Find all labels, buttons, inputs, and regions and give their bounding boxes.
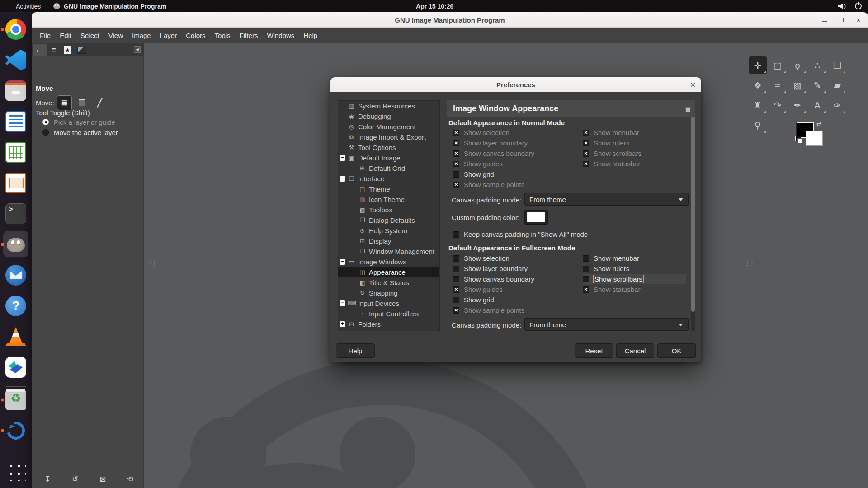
checkbox-label[interactable]: Show sample points — [464, 306, 524, 314]
checkbox-row-show-grid[interactable]: Show grid — [453, 169, 556, 179]
dock-item-vlc[interactable] — [0, 324, 32, 349]
checkbox-row-show-selection[interactable]: Show selection — [453, 253, 556, 263]
checkbox-checked-icon[interactable]: ✕ — [583, 161, 589, 167]
checkbox-unchecked-icon[interactable] — [453, 297, 459, 303]
checkbox-row-show-guides[interactable]: ✕Show guides — [453, 284, 556, 295]
checkbox-label[interactable]: Show canvas boundary — [464, 150, 534, 157]
menu-file[interactable]: File — [35, 28, 55, 43]
prefs-nav-title-status[interactable]: ◧Title & Status — [338, 277, 439, 288]
checkbox-label[interactable]: Show scrollbars — [594, 275, 643, 283]
smudge-tool[interactable]: ↷ — [769, 96, 787, 114]
checkbox-row-show-menubar[interactable]: Show menubar — [583, 253, 686, 263]
checkbox-checked-icon[interactable]: ✕ — [583, 150, 589, 157]
checkbox-checked-icon[interactable]: ✕ — [583, 130, 589, 136]
menu-view[interactable]: View — [104, 28, 127, 43]
prefs-nav-help-system[interactable]: ⊙Help System — [338, 225, 439, 236]
prefs-nav-debugging[interactable]: ◉Debugging — [338, 111, 439, 122]
minimize-button[interactable] — [822, 18, 827, 22]
focused-app-menu[interactable]: GNU Image Manipulation Program — [53, 0, 166, 12]
checkbox-checked-icon[interactable]: ✕ — [453, 307, 459, 314]
prefs-nav-interface[interactable]: −❏Interface — [338, 174, 439, 184]
volume-icon[interactable] — [838, 3, 847, 10]
checkbox-label[interactable]: Show selection — [464, 254, 509, 262]
clone-tool[interactable]: ♜ — [749, 96, 767, 114]
dock-item-bird-app[interactable] — [0, 355, 32, 380]
radio-move-the-active-layer[interactable]: Move the active layer — [42, 128, 118, 137]
prefs-nav-tool-options[interactable]: ⚒Tool Options — [338, 142, 439, 153]
menu-layer[interactable]: Layer — [156, 28, 182, 43]
checkbox-label[interactable]: Show sample points — [464, 181, 524, 188]
checkbox-row-show-statusbar[interactable]: ✕Show statusbar — [583, 159, 686, 169]
checkbox-label[interactable]: Show guides — [464, 160, 503, 168]
menu-windows[interactable]: Windows — [262, 28, 299, 43]
prefs-nav-icon-theme[interactable]: ▥Icon Theme — [338, 194, 439, 205]
radio-selected-icon[interactable] — [42, 119, 49, 125]
checkbox-row-show-statusbar[interactable]: ✕Show statusbar — [583, 284, 686, 295]
checkbox-label[interactable]: Show statusbar — [594, 160, 640, 168]
save-tool-preset-button[interactable]: ↧ — [42, 473, 53, 485]
prefs-nav-image-import-export[interactable]: ⧉Image Import & Export — [338, 132, 439, 142]
checkbox-label[interactable]: Keep canvas padding in "Show All" mode — [464, 230, 588, 238]
reset-button[interactable]: Reset — [575, 343, 613, 358]
power-icon[interactable] — [855, 3, 862, 9]
checkbox-checked-icon[interactable]: ✕ — [453, 161, 459, 167]
transform-tool[interactable]: ❖ — [749, 76, 767, 94]
move-selection-button[interactable] — [75, 95, 90, 110]
checkbox-row-show-menubar[interactable]: ✕Show menubar — [583, 127, 686, 138]
crop-tool[interactable]: ❑ — [829, 56, 846, 74]
checkbox-unchecked-icon[interactable] — [453, 171, 459, 178]
right-panel-grip[interactable]: ⋮⋮ — [745, 260, 754, 267]
dock-item-libreoffice-calc[interactable] — [0, 140, 32, 165]
checkbox-row-show-sample-points[interactable]: ✕Show sample points — [453, 179, 556, 190]
image-tab[interactable] — [75, 44, 89, 56]
checkbox-label[interactable]: Show rulers — [594, 265, 629, 272]
system-indicators[interactable] — [838, 0, 862, 12]
gradient-tool[interactable]: ▨ — [789, 76, 807, 94]
expand-expander-icon[interactable]: + — [340, 321, 345, 327]
left-panel-grip[interactable]: ⋮⋮ — [147, 260, 156, 267]
checkbox-row-show-layer-boundary[interactable]: ✕Show layer boundary — [453, 138, 556, 148]
zoom-tool[interactable]: ⚲ — [749, 116, 767, 134]
checkbox-label[interactable]: Show menubar — [594, 129, 639, 136]
move-path-button[interactable]: ╱ — [92, 95, 107, 110]
checkbox-row-keep-canvas-padding-in-show-all-mode[interactable]: Keep canvas padding in "Show All" mode — [453, 229, 556, 239]
tool-options-tab[interactable]: ▭ — [33, 44, 47, 56]
dock-item-libreoffice-impress[interactable] — [0, 170, 32, 196]
move-tool[interactable]: ✛ — [749, 56, 767, 74]
checkbox-label[interactable]: Show guides — [464, 286, 503, 293]
dock-item-vscode[interactable] — [0, 47, 32, 73]
checkbox-row-show-sample-points[interactable]: ✕Show sample points — [453, 305, 556, 315]
checkbox-label[interactable]: Show canvas boundary — [464, 275, 534, 283]
default-colors-icon[interactable] — [795, 136, 801, 141]
checkbox-label[interactable]: Show statusbar — [594, 286, 640, 293]
prefs-nav-default-grid[interactable]: ⊞Default Grid — [338, 163, 439, 174]
checkbox-label[interactable]: Show layer boundary — [464, 139, 528, 147]
help-button[interactable]: Help — [336, 343, 375, 358]
checkbox-checked-icon[interactable]: ✕ — [453, 150, 459, 157]
checkbox-row-show-canvas-boundary[interactable]: Show canvas boundary — [453, 274, 556, 284]
radio-unselected-icon[interactable] — [42, 129, 49, 136]
dialog-close-icon[interactable]: ✕ — [690, 77, 696, 92]
prefs-nav-toolbox[interactable]: ▩Toolbox — [338, 205, 439, 215]
eraser-tool[interactable]: ▰ — [829, 76, 846, 94]
dock-item-chrome[interactable] — [0, 17, 32, 42]
menu-select[interactable]: Select — [76, 28, 104, 43]
checkbox-checked-icon[interactable]: ✕ — [583, 286, 589, 293]
delete-tool-preset-button[interactable]: ⊠ — [97, 473, 108, 485]
checkbox-label[interactable]: Show menubar — [594, 254, 639, 262]
checkbox-label[interactable]: Show layer boundary — [464, 265, 528, 272]
scrollbar-thumb[interactable] — [691, 117, 695, 312]
checkbox-unchecked-icon[interactable] — [453, 276, 459, 282]
checkbox-unchecked-icon[interactable] — [583, 266, 589, 272]
text-tool[interactable]: A — [809, 96, 826, 114]
prefs-nav-system-resources[interactable]: ▦System Resources — [338, 101, 439, 111]
prefs-nav-window-management[interactable]: ❒Window Management — [338, 246, 439, 257]
dock-item-trash[interactable] — [0, 387, 32, 413]
radio-pick-a-layer-or-guide[interactable]: Pick a layer or guide — [42, 117, 115, 127]
prefs-nav-folders[interactable]: +⊟Folders — [338, 319, 439, 329]
checkbox-row-show-guides[interactable]: ✕Show guides — [453, 159, 556, 169]
menu-colors[interactable]: Colors — [181, 28, 210, 43]
fuzzy-select-tool[interactable]: ∴ — [809, 56, 826, 74]
background-color-swatch[interactable] — [806, 131, 823, 146]
checkbox-checked-icon[interactable]: ✕ — [453, 182, 459, 188]
